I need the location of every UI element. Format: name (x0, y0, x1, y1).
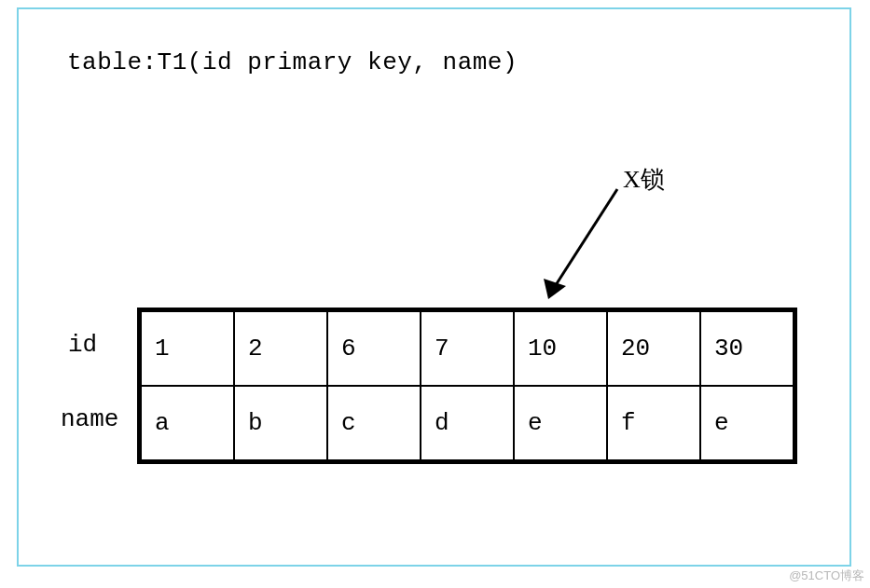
table-row-name: a b c d e f e (141, 386, 794, 460)
cell-id-0: 1 (141, 311, 234, 386)
cell-id-2: 6 (327, 311, 421, 386)
watermark: @51CTO博客 (789, 567, 864, 584)
svg-line-0 (554, 189, 617, 288)
table-row-id: 1 2 6 7 10 20 30 (141, 311, 794, 386)
cell-id-4: 10 (514, 311, 607, 386)
row-label-id: id (61, 308, 137, 382)
arrow-icon (541, 184, 634, 305)
cell-name-3: d (421, 386, 514, 460)
row-label-name: name (61, 382, 137, 457)
row-labels: id name (61, 308, 137, 457)
data-table: 1 2 6 7 10 20 30 a b c d e f e (137, 308, 797, 464)
table-area: id name 1 2 6 7 10 20 30 a b c d e f e (61, 308, 797, 464)
cell-id-5: 20 (607, 311, 700, 386)
cell-id-6: 30 (700, 311, 794, 386)
diagram-container: table:T1(id primary key, name) X锁 id nam… (17, 7, 851, 567)
cell-name-1: b (234, 386, 327, 460)
cell-name-4: e (514, 386, 607, 460)
cell-name-2: c (327, 386, 421, 460)
cell-name-6: e (700, 386, 794, 460)
cell-id-3: 7 (421, 311, 514, 386)
svg-marker-1 (544, 279, 566, 299)
table-definition-title: table:T1(id primary key, name) (67, 48, 518, 76)
cell-id-1: 2 (234, 311, 327, 386)
cell-name-0: a (141, 386, 234, 460)
cell-name-5: f (607, 386, 700, 460)
